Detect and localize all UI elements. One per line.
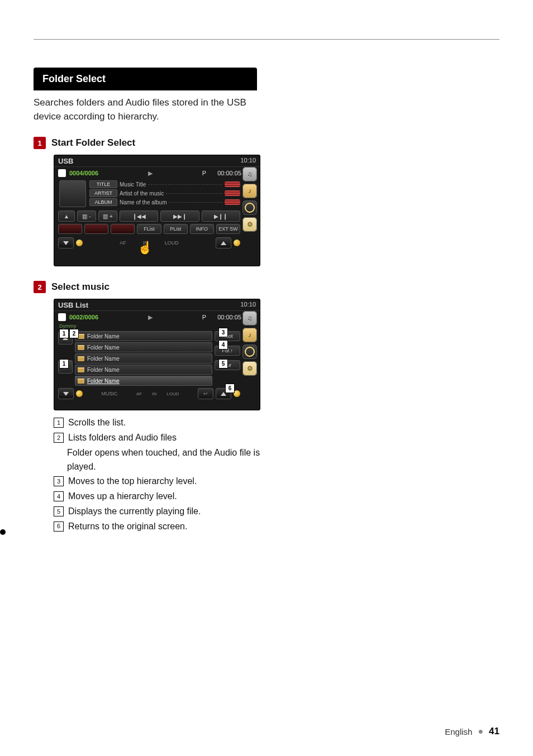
callout-3: 3 bbox=[218, 328, 228, 337]
play-icon: ▶ bbox=[148, 170, 153, 177]
breadcrumb: Dymmy bbox=[54, 323, 260, 330]
time-label: 00:00:05 bbox=[217, 314, 241, 320]
page-down-button[interactable] bbox=[58, 388, 74, 399]
prev-track-button[interactable]: ❙◀◀ bbox=[120, 210, 158, 222]
side-icon-1[interactable]: ♫ bbox=[242, 311, 257, 326]
legend-text-4: Moves up a hierarchy level. bbox=[68, 490, 274, 504]
aux-slot-1[interactable] bbox=[58, 224, 82, 234]
step-1-header: 1 Start Folder Select bbox=[34, 137, 274, 149]
footer-lang: English bbox=[445, 727, 472, 736]
legend-num-4: 4 bbox=[54, 491, 64, 501]
music-label: MUSIC bbox=[102, 391, 118, 396]
wave-icon bbox=[225, 181, 240, 187]
eject-button[interactable]: ▲ bbox=[58, 210, 75, 222]
list-item[interactable]: Folder Name bbox=[75, 342, 212, 352]
aux-slot-2[interactable] bbox=[84, 224, 108, 234]
legend-text-2b: Folder opens when touched, and the Audio… bbox=[67, 446, 274, 474]
album-art-placeholder bbox=[59, 180, 86, 207]
play-pause-button[interactable]: ▶❙❙ bbox=[202, 210, 240, 222]
footer-page-number: 41 bbox=[489, 726, 499, 737]
return-button[interactable]: ↩ bbox=[198, 388, 213, 399]
artist-tag[interactable]: ARTIST bbox=[89, 189, 117, 197]
legend-num-5: 5 bbox=[54, 506, 64, 516]
transport-row: ▲ ▥ - ▥ + ❙◀◀ ▶▶❙ ▶❙❙ bbox=[54, 208, 260, 223]
album-text: Name of the album bbox=[120, 199, 167, 205]
side-icon-4[interactable]: ⚙ bbox=[242, 217, 257, 232]
legend-num-2: 2 bbox=[54, 433, 64, 443]
track-info-bar: 0002/0006 ▶ P 00:00:05 bbox=[54, 311, 260, 323]
folder-icon bbox=[78, 367, 84, 372]
legend-num-6: 6 bbox=[54, 521, 64, 532]
callout-2: 2 bbox=[69, 329, 79, 338]
folder-plus-button[interactable]: ▥ + bbox=[98, 210, 117, 222]
album-tag[interactable]: ALBUM bbox=[89, 198, 117, 206]
side-icon-1[interactable]: ♫ bbox=[242, 167, 257, 181]
legend-text-6: Returns to the original screen. bbox=[68, 520, 274, 534]
list-item-selected[interactable]: Folder Name bbox=[75, 376, 212, 386]
wave-icon bbox=[225, 199, 240, 205]
side-icon-2[interactable]: ♪ bbox=[242, 184, 257, 198]
legend: 1Scrolls the list. 2Lists folders and Au… bbox=[54, 416, 274, 533]
device-icon bbox=[58, 169, 66, 177]
folder-icon bbox=[78, 379, 84, 384]
pointer-hand-icon: ☝ bbox=[137, 241, 153, 255]
section-description: Searches folders and Audio files stored … bbox=[34, 96, 274, 123]
usb-list-header: USB List bbox=[54, 299, 260, 311]
legend-text-2a: Lists folders and Audio files bbox=[68, 431, 274, 445]
time-label: 00:00:05 bbox=[217, 170, 241, 176]
side-icon-column: ♫ ♪ ⚙ bbox=[242, 167, 258, 232]
folder-icon bbox=[78, 345, 84, 350]
legend-text-3: Moves to the top hierarchy level. bbox=[68, 475, 274, 489]
page-footer: English ● 41 bbox=[445, 726, 499, 737]
callout-1b: 1 bbox=[59, 359, 69, 369]
legend-text-5: Displays the currently playing file. bbox=[68, 505, 274, 519]
artist-text: Artist of the music bbox=[120, 190, 164, 197]
legend-num-3: 3 bbox=[54, 476, 64, 486]
orb-icon bbox=[234, 240, 240, 246]
clock-label: 10:10 bbox=[240, 157, 256, 164]
list-item[interactable]: Folder Name bbox=[75, 365, 212, 375]
af-label: AF bbox=[120, 240, 126, 246]
step-2-header: 2 Select music bbox=[34, 281, 274, 293]
step-2-title: Select music bbox=[51, 281, 110, 293]
list-item[interactable]: Folder Name bbox=[75, 331, 212, 341]
callout-5: 5 bbox=[218, 359, 228, 369]
title-text: Music Title bbox=[120, 181, 146, 188]
play-icon: ▶ bbox=[148, 314, 153, 321]
footer-separator-icon: ● bbox=[478, 726, 483, 736]
plist-button[interactable]: PList bbox=[164, 224, 188, 234]
list-area: 1 2 3 4 5 1 Folder Name Folder Name Fold… bbox=[54, 330, 260, 387]
legend-text-1: Scrolls the list. bbox=[68, 416, 274, 430]
meta-area: TITLEMusic Title ARTISTArtist of the mus… bbox=[54, 179, 260, 208]
top-rule bbox=[34, 39, 499, 40]
page-up-button[interactable] bbox=[216, 237, 231, 248]
legend-num-1: 1 bbox=[54, 418, 64, 428]
aux-slot-3[interactable] bbox=[111, 224, 135, 234]
callout-6: 6 bbox=[225, 384, 235, 393]
section-title: Folder Select bbox=[34, 68, 257, 90]
loud-label: LOUD bbox=[166, 391, 179, 396]
extsw-button[interactable]: EXT SW bbox=[216, 224, 240, 234]
side-icon-3[interactable] bbox=[242, 200, 257, 215]
p-label: P bbox=[202, 314, 206, 320]
orb-icon bbox=[76, 240, 83, 246]
margin-dot bbox=[0, 529, 6, 535]
next-track-button[interactable]: ▶▶❙ bbox=[160, 210, 199, 222]
clock-label: 10:10 bbox=[240, 301, 256, 308]
orb-icon bbox=[76, 390, 83, 397]
screenshot-usb-list: 10:10 ♫ ♪ ⚙ USB List 0002/0006 ▶ P 00:00… bbox=[54, 299, 260, 410]
track-index: 0004/0006 bbox=[69, 170, 98, 176]
info-button[interactable]: INFO bbox=[190, 224, 214, 234]
flist-button[interactable]: FList bbox=[137, 224, 161, 234]
list-item[interactable]: Folder Name bbox=[75, 353, 212, 363]
title-tag[interactable]: TITLE bbox=[89, 180, 117, 188]
folder-icon bbox=[78, 356, 84, 361]
folder-minus-button[interactable]: ▥ - bbox=[77, 210, 96, 222]
footer-bar: AF IN LOUD bbox=[54, 236, 260, 251]
track-index: 0002/0006 bbox=[69, 314, 98, 320]
p-label: P bbox=[202, 170, 206, 176]
page-down-button[interactable] bbox=[58, 237, 74, 248]
aux-row: FList PList INFO EXT SW bbox=[54, 223, 260, 236]
callout-1: 1 bbox=[59, 329, 69, 338]
loud-label: LOUD bbox=[165, 240, 179, 246]
